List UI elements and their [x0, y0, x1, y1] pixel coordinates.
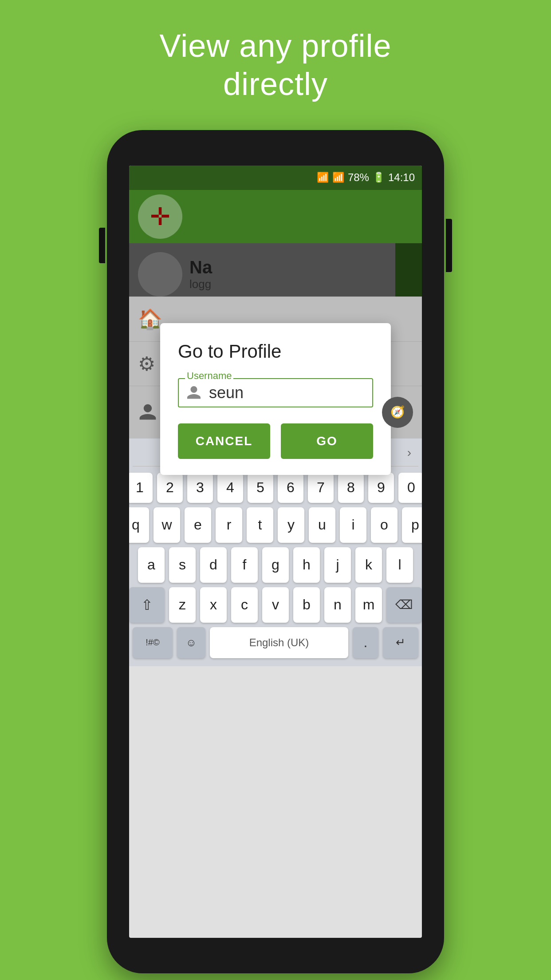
phone-mockup: 📶 📶 78% 🔋 14:10 Na lo: [107, 130, 444, 973]
app-background: Na logg nd Go to Profile Username: [129, 190, 422, 666]
page-title: View any profile directly: [160, 27, 392, 103]
signal-icon: 📶: [332, 172, 344, 183]
key-j[interactable]: j: [324, 547, 351, 583]
key-g[interactable]: g: [262, 547, 289, 583]
settings-icon: ⚙: [138, 352, 155, 375]
key-h[interactable]: h: [293, 547, 320, 583]
app-logo: [138, 194, 182, 239]
keyboard-row-bottom: !#© ☺ English (UK) . ↵: [133, 627, 418, 658]
key-enter[interactable]: ↵: [383, 627, 418, 658]
key-v[interactable]: v: [262, 587, 289, 623]
key-2[interactable]: 2: [157, 473, 183, 503]
key-6[interactable]: 6: [278, 473, 303, 503]
key-space[interactable]: English (UK): [210, 627, 348, 658]
key-5[interactable]: 5: [248, 473, 273, 503]
key-a[interactable]: a: [138, 547, 165, 583]
key-k[interactable]: k: [355, 547, 382, 583]
key-9[interactable]: 9: [368, 473, 394, 503]
wifi-icon: 📶: [317, 172, 329, 183]
profile-icon: [138, 403, 157, 422]
cancel-button[interactable]: CANCEL: [178, 423, 270, 459]
key-backspace[interactable]: ⌫: [386, 587, 422, 623]
key-symbols[interactable]: !#©: [133, 627, 173, 658]
username-input[interactable]: [209, 383, 408, 402]
key-d[interactable]: d: [200, 547, 227, 583]
key-shift[interactable]: ⇧: [129, 587, 165, 623]
key-l[interactable]: l: [386, 547, 413, 583]
username-input-wrapper[interactable]: Username: [178, 378, 373, 407]
user-icon: [186, 385, 202, 401]
key-r[interactable]: r: [216, 507, 242, 543]
key-7[interactable]: 7: [308, 473, 334, 503]
key-m[interactable]: m: [355, 587, 382, 623]
logo-cross-icon: [145, 201, 176, 232]
key-t[interactable]: t: [247, 507, 273, 543]
modal-title: Go to Profile: [178, 341, 373, 362]
key-n[interactable]: n: [324, 587, 351, 623]
status-bar: 📶 📶 78% 🔋 14:10: [129, 166, 422, 190]
key-1[interactable]: 1: [129, 473, 153, 503]
keyboard-row-qwerty: q w e r t y u i o p: [133, 507, 418, 543]
key-period[interactable]: .: [353, 627, 378, 658]
key-emoji[interactable]: ☺: [177, 627, 205, 658]
battery-icon: 🔋: [373, 172, 385, 183]
keyboard-row-asdf: a s d f g h j k l: [133, 547, 418, 583]
dim-overlay: [129, 243, 422, 296]
key-i[interactable]: i: [340, 507, 366, 543]
username-label: Username: [185, 370, 233, 382]
key-x[interactable]: x: [200, 587, 227, 623]
key-3[interactable]: 3: [187, 473, 213, 503]
key-4[interactable]: 4: [217, 473, 243, 503]
key-y[interactable]: y: [278, 507, 304, 543]
phone-screen: 📶 📶 78% 🔋 14:10 Na lo: [129, 166, 422, 938]
app-header: [129, 190, 422, 243]
keyboard-row-zxcv: ⇧ z x c v b n m ⌫: [133, 587, 418, 623]
keyboard-row-numbers: 1 2 3 4 5 6 7 8 9 0: [133, 473, 418, 503]
modal-buttons: CANCEL GO: [178, 423, 373, 459]
clock: 14:10: [388, 171, 415, 184]
go-to-profile-modal: Go to Profile Username CANCEL GO: [160, 323, 391, 475]
suggestions-more-icon[interactable]: ›: [407, 446, 411, 460]
go-button[interactable]: GO: [281, 423, 373, 459]
key-c[interactable]: c: [231, 587, 258, 623]
key-0[interactable]: 0: [398, 473, 422, 503]
home-icon: 🏠: [138, 308, 162, 331]
key-q[interactable]: q: [129, 507, 149, 543]
key-8[interactable]: 8: [338, 473, 364, 503]
key-b[interactable]: b: [293, 587, 320, 623]
key-w[interactable]: w: [153, 507, 180, 543]
key-u[interactable]: u: [309, 507, 335, 543]
compass-icon: 🧭: [382, 397, 413, 428]
status-icons: 📶 📶 78% 🔋 14:10: [317, 171, 415, 184]
key-o[interactable]: o: [371, 507, 398, 543]
battery-percent: 78%: [348, 171, 369, 184]
key-z[interactable]: z: [169, 587, 196, 623]
key-f[interactable]: f: [231, 547, 258, 583]
key-e[interactable]: e: [185, 507, 211, 543]
key-s[interactable]: s: [169, 547, 196, 583]
key-p[interactable]: p: [402, 507, 422, 543]
